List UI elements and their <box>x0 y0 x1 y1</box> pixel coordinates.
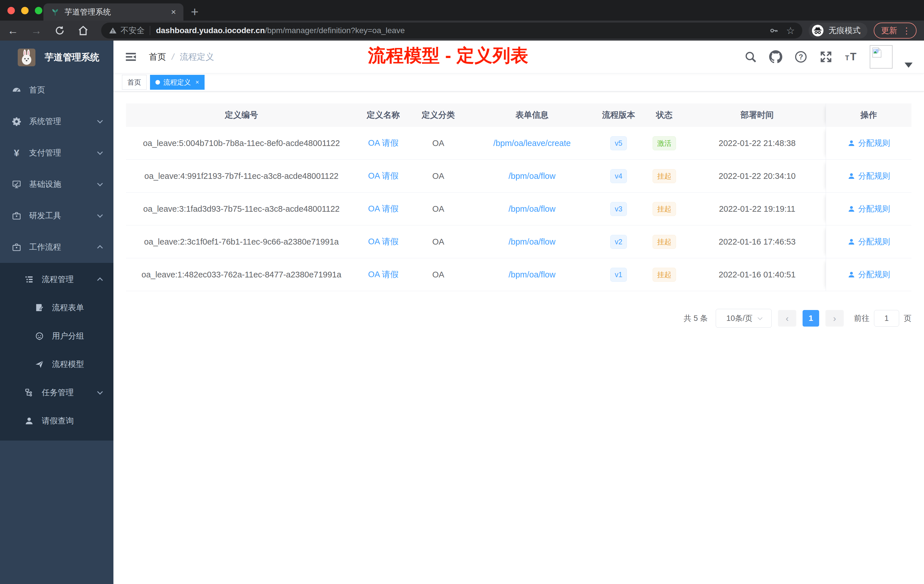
tags-view: 首页 流程定义 × <box>114 73 924 91</box>
table-row: oa_leave:2:3c1f0ef1-76b1-11ec-9c66-a2380… <box>126 226 911 258</box>
breadcrumb-separator: / <box>172 52 174 62</box>
assign-rule-link[interactable]: 分配规则 <box>847 203 890 214</box>
user-icon <box>24 416 34 426</box>
goto-page: 前往 1 页 <box>854 310 911 327</box>
update-button[interactable]: 更新 ⋮ <box>874 23 917 39</box>
column-header: 操作 <box>826 104 911 127</box>
form-link[interactable]: /bpm/oa/flow <box>508 172 555 181</box>
sidebar-item-workflow[interactable]: 工作流程 <box>0 231 114 263</box>
sidebar-item-process-management[interactable]: 流程管理 <box>0 265 114 294</box>
logo-avatar <box>18 49 36 66</box>
page-content: 定义编号 定义名称 定义分类 表单信息 流程版本 状态 部署时间 操作 oa_l… <box>114 91 924 584</box>
version-badge: v3 <box>610 202 627 216</box>
form-link[interactable]: /bpm/oa/leave/create <box>493 139 571 148</box>
sidebar-item-process-form[interactable]: 流程表单 <box>0 294 114 322</box>
close-window-button[interactable] <box>7 7 15 14</box>
navbar-actions: ? TT <box>744 45 912 69</box>
form-link[interactable]: /bpm/oa/flow <box>508 204 555 214</box>
page-size-select[interactable]: 10条/页 <box>716 309 772 328</box>
browser-tab[interactable]: 芋道管理系统 × <box>43 3 183 21</box>
definition-category: OA <box>410 226 467 258</box>
briefcase-icon <box>12 242 22 252</box>
definition-name-link[interactable]: OA 请假 <box>368 170 398 182</box>
sidebar-item-task-management[interactable]: 任务管理 <box>0 378 114 407</box>
user-avatar[interactable] <box>870 45 893 69</box>
assign-rule-link[interactable]: 分配规则 <box>847 236 890 247</box>
prev-page-button[interactable]: ‹ <box>778 310 796 327</box>
version-badge: v5 <box>610 136 627 150</box>
sidebar-item-payment[interactable]: ¥ 支付管理 <box>0 137 114 168</box>
search-icon[interactable] <box>744 50 757 63</box>
breadcrumb-home[interactable]: 首页 <box>149 51 166 63</box>
definition-name-link[interactable]: OA 请假 <box>368 203 398 214</box>
new-tab-button[interactable]: + <box>191 5 198 18</box>
home-button[interactable] <box>78 25 89 36</box>
address-bar[interactable]: 不安全 dashboard.yudao.iocoder.cn/bpm/manag… <box>101 23 802 39</box>
sidebar-item-process-model[interactable]: 流程模型 <box>0 350 114 378</box>
bookmark-star-icon[interactable]: ☆ <box>786 25 795 36</box>
deploy-time: 2022-01-22 19:19:11 <box>688 193 826 225</box>
browser-menu-icon[interactable]: ⋮ <box>902 26 911 36</box>
fullscreen-icon[interactable] <box>819 50 833 63</box>
goto-page-input[interactable]: 1 <box>874 310 899 327</box>
total-count: 共 5 条 <box>684 313 708 323</box>
dashboard-icon <box>12 85 22 95</box>
forward-button[interactable]: → <box>31 25 42 36</box>
app-window: 芋道管理系统 首页 系统管理 ¥ 支付管理 <box>0 41 924 584</box>
definition-name-link[interactable]: OA 请假 <box>368 269 398 280</box>
page-number-button[interactable]: 1 <box>803 310 819 327</box>
form-link[interactable]: /bpm/oa/flow <box>508 270 555 279</box>
app-logo[interactable]: 芋道管理系统 <box>0 41 114 74</box>
column-header: 部署时间 <box>688 104 826 127</box>
reload-button[interactable] <box>54 25 65 36</box>
minimize-window-button[interactable] <box>21 7 28 14</box>
table-row: oa_leave:4:991f2193-7b7f-11ec-a3c8-acde4… <box>126 160 911 193</box>
next-page-button[interactable]: › <box>825 310 844 327</box>
form-link[interactable]: /bpm/oa/flow <box>508 237 555 247</box>
chevron-down-icon <box>97 389 103 394</box>
url-path: /bpm/manager/definition?key=oa_leave <box>265 26 405 35</box>
back-button[interactable]: ← <box>7 25 18 36</box>
caret-down-icon[interactable] <box>904 63 912 68</box>
sidebar-item-label: 支付管理 <box>29 147 61 158</box>
hamburger-icon[interactable] <box>125 51 137 63</box>
tag-process-definition[interactable]: 流程定义 × <box>150 75 205 90</box>
main-area: 首页 / 流程定义 ? <box>114 41 924 584</box>
maximize-window-button[interactable] <box>35 7 42 14</box>
sidebar-item-system[interactable]: 系统管理 <box>0 106 114 137</box>
sidebar-item-leave-query[interactable]: 请假查询 <box>0 407 114 435</box>
svg-text:?: ? <box>799 53 803 61</box>
tag-label: 流程定义 <box>163 78 191 87</box>
password-key-icon[interactable] <box>769 26 779 35</box>
assign-rule-link[interactable]: 分配规则 <box>847 138 890 148</box>
sidebar-item-user-group[interactable]: 用户分组 <box>0 322 114 350</box>
security-label[interactable]: 不安全 <box>120 25 145 36</box>
sidebar-item-home[interactable]: 首页 <box>0 74 114 106</box>
close-tab-icon[interactable]: × <box>171 7 176 17</box>
assign-rule-link[interactable]: 分配规则 <box>847 269 890 280</box>
screen: 芋道管理系统 × + ← → 不安全 dashboard.yudao.iocod… <box>0 0 924 584</box>
annotation-title: 流程模型 - 定义列表 <box>368 43 528 68</box>
close-tag-icon[interactable]: × <box>195 79 199 86</box>
font-size-icon[interactable]: TT <box>845 50 858 63</box>
definition-name-link[interactable]: OA 请假 <box>368 236 398 247</box>
sidebar-item-dev-tools[interactable]: 研发工具 <box>0 200 114 231</box>
column-header: 定义分类 <box>410 104 467 127</box>
assign-rule-link[interactable]: 分配规则 <box>847 171 890 181</box>
definition-name-link[interactable]: OA 请假 <box>368 137 398 149</box>
help-icon[interactable]: ? <box>794 50 807 63</box>
url-text[interactable]: dashboard.yudao.iocoder.cn/bpm/manager/d… <box>156 26 769 35</box>
workflow-submenu: 流程管理 流程表单 用户分组 <box>0 263 114 440</box>
browser-tab-strip: 芋道管理系统 × + <box>0 0 924 21</box>
chevron-down-icon <box>97 118 103 124</box>
sidebar-item-label: 基础设施 <box>29 179 61 190</box>
sidebar-item-label: 用户分组 <box>52 331 84 341</box>
status-badge: 挂起 <box>653 169 676 183</box>
column-header: 定义名称 <box>357 104 410 127</box>
version-badge: v4 <box>610 169 627 183</box>
github-icon[interactable] <box>769 50 782 63</box>
tag-home[interactable]: 首页 <box>122 75 147 90</box>
gear-icon <box>12 116 22 127</box>
sidebar-item-infrastructure[interactable]: 基础设施 <box>0 168 114 200</box>
site-favicon-icon <box>51 8 59 16</box>
